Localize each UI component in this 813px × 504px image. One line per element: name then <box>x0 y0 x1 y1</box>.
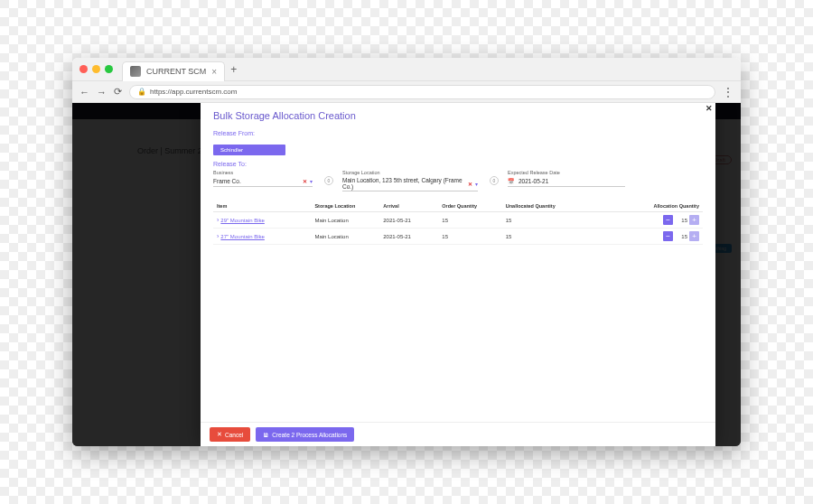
alloc-value: 15 <box>675 234 687 239</box>
expected-date-input[interactable]: 📅 2021-05-21 <box>508 176 625 187</box>
storage-location-select[interactable]: Main Location, 123 5th street, Calgary (… <box>342 176 478 191</box>
expected-date-value: 2021-05-21 <box>519 178 548 184</box>
window-title-bar: CURRENT SCM × + <box>72 58 741 81</box>
cell-arrival: 2021-05-21 <box>379 229 438 245</box>
url-input[interactable]: 🔒 https://app.currentscm.com <box>129 85 715 99</box>
document-icon: 🗎 <box>263 432 269 438</box>
back-button[interactable]: ← <box>79 87 89 98</box>
chevron-down-icon[interactable]: ▾ <box>475 181 478 187</box>
modal-body: Bulk Storage Allocation Creation Release… <box>201 103 715 422</box>
col-unalloc-qty: Unallocated Quantity <box>506 203 556 209</box>
storage-location-value: Main Location, 123 5th street, Calgary (… <box>342 177 465 190</box>
browser-tab[interactable]: CURRENT SCM × <box>122 61 225 81</box>
col-storage: Storage Location <box>314 203 355 209</box>
tab-favicon-icon <box>130 66 141 77</box>
cell-storage: Main Location <box>311 229 379 245</box>
table-row: ›27" Mountain Bike Main Location 2021-05… <box>213 229 703 245</box>
create-label: Create 2 Process Allocations <box>272 432 347 438</box>
table-row: ›29" Mountain Bike Main Location 2021-05… <box>213 212 703 229</box>
cell-unalloc-qty: 15 <box>502 229 585 245</box>
calendar-icon: 📅 <box>508 178 514 184</box>
release-to-form-row: Business Frame Co. ✕ ▾ 0 Storage Locatio… <box>213 170 703 191</box>
expected-date-label: Expected Release Date <box>508 170 625 175</box>
business-count-badge: 0 <box>324 176 333 185</box>
decrement-button[interactable]: − <box>663 215 673 225</box>
col-order-qty: Order Quantity <box>442 203 477 209</box>
window-controls <box>79 65 113 73</box>
business-value: Frame Co. <box>213 178 300 184</box>
page-viewport: Order | Summer 2021 Mou... Draft + Somet… <box>72 103 741 446</box>
business-label: Business <box>213 170 313 175</box>
increment-button[interactable]: + <box>689 231 699 241</box>
cell-unalloc-qty: 15 <box>502 212 585 229</box>
cancel-label: Cancel <box>225 432 243 438</box>
modal-title: Bulk Storage Allocation Creation <box>213 110 703 121</box>
tab-close-icon[interactable]: × <box>211 67 217 77</box>
create-allocations-button[interactable]: 🗎 Create 2 Process Allocations <box>256 427 354 442</box>
cell-arrival: 2021-05-21 <box>379 212 438 229</box>
col-arrival: Arrival <box>383 203 398 209</box>
expand-row-icon[interactable]: › <box>217 233 219 239</box>
new-tab-button[interactable]: + <box>230 63 237 76</box>
allocation-table: Item Storage Location Arrival Order Quan… <box>213 201 703 245</box>
browser-window: CURRENT SCM × + ← → ⟳ 🔒 https://app.curr… <box>72 58 741 446</box>
alloc-value: 15 <box>675 218 687 223</box>
minimize-window-icon[interactable] <box>92 65 100 73</box>
lock-icon: 🔒 <box>137 88 146 96</box>
clear-icon[interactable]: ✕ <box>468 181 472 187</box>
col-alloc-qty: Allocation Quantity <box>654 203 699 209</box>
cell-storage: Main Location <box>311 212 379 229</box>
cancel-button[interactable]: ✕ Cancel <box>210 427 250 442</box>
release-from-chip[interactable]: Schindler <box>213 145 285 155</box>
storage-count-badge: 0 <box>490 176 499 185</box>
modal-footer: ✕ Cancel 🗎 Create 2 Process Allocations <box>201 422 715 446</box>
increment-button[interactable]: + <box>689 215 699 225</box>
item-link[interactable]: 29" Mountain Bike <box>220 218 265 223</box>
close-window-icon[interactable] <box>79 65 88 73</box>
cell-order-qty: 15 <box>438 229 501 245</box>
business-select[interactable]: Frame Co. ✕ ▾ <box>213 176 313 187</box>
expand-row-icon[interactable]: › <box>217 217 219 223</box>
address-bar: ← → ⟳ 🔒 https://app.currentscm.com ⋮ <box>72 81 741 103</box>
url-text: https://app.currentscm.com <box>150 88 237 96</box>
release-to-label: Release To: <box>213 161 703 167</box>
tab-title: CURRENT SCM <box>146 67 206 76</box>
item-link[interactable]: 27" Mountain Bike <box>220 234 265 239</box>
allocation-modal: ✕ Bulk Storage Allocation Creation Relea… <box>201 103 715 446</box>
decrement-button[interactable]: − <box>663 231 673 241</box>
cell-order-qty: 15 <box>438 212 501 229</box>
release-from-label: Release From: <box>213 130 703 136</box>
forward-button[interactable]: → <box>97 87 107 98</box>
modal-close-button[interactable]: ✕ <box>706 104 713 113</box>
browser-menu-icon[interactable]: ⋮ <box>723 86 734 98</box>
col-item: Item <box>217 203 227 209</box>
x-icon: ✕ <box>217 431 222 438</box>
chevron-down-icon[interactable]: ▾ <box>310 178 313 184</box>
clear-icon[interactable]: ✕ <box>303 178 307 184</box>
storage-location-label: Storage Location <box>342 170 478 175</box>
reload-button[interactable]: ⟳ <box>114 86 122 98</box>
maximize-window-icon[interactable] <box>105 65 113 73</box>
